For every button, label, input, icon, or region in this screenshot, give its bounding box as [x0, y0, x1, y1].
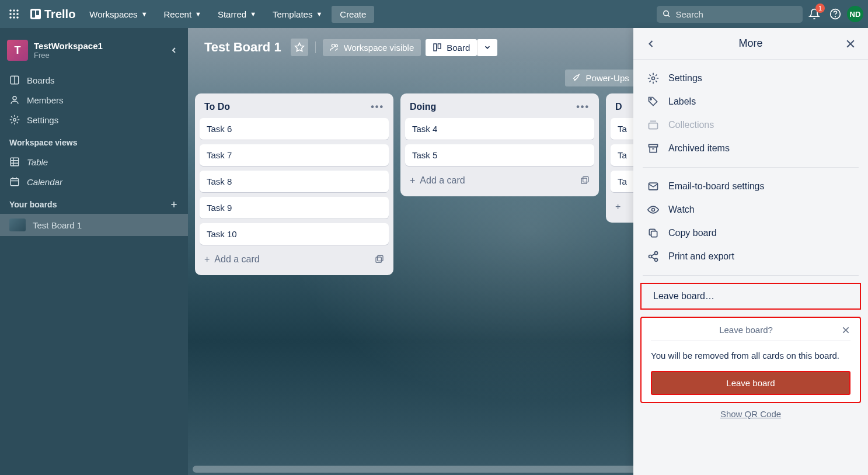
svg-line-58 [651, 257, 655, 259]
workspace-views-header: Workspace views [0, 130, 188, 152]
card[interactable]: Task 7 [200, 144, 389, 166]
list-menu-icon[interactable]: ••• [371, 102, 384, 112]
view-switcher-button[interactable] [477, 39, 497, 56]
sidebar-boards[interactable]: Boards [0, 70, 188, 90]
svg-rect-21 [11, 179, 19, 186]
power-ups-button[interactable]: Power-Ups [565, 70, 636, 86]
workspace-plan: Free [34, 51, 103, 60]
board-menu-panel: More Settings Labels Collections Archive… [633, 28, 868, 475]
list-header[interactable]: Doing ••• [405, 99, 594, 118]
menu-print-export[interactable]: Print and export [638, 245, 863, 268]
nav-recent[interactable]: Recent▼ [157, 6, 208, 23]
apps-launcher-icon[interactable] [5, 5, 23, 23]
chevron-down-icon: ▼ [250, 11, 256, 18]
close-icon[interactable] [845, 38, 856, 50]
svg-line-57 [651, 254, 655, 255]
board-thumbnail [9, 219, 26, 231]
list: To Do ••• Task 6 Task 7 Task 8 Task 9 Ta… [195, 93, 393, 275]
star-button[interactable] [291, 39, 308, 56]
svg-rect-40 [581, 178, 587, 183]
trello-logo[interactable]: Trello [26, 8, 80, 21]
rocket-icon [572, 73, 581, 82]
svg-rect-30 [434, 44, 437, 51]
search-input[interactable] [675, 9, 797, 19]
svg-rect-46 [649, 123, 658, 129]
close-icon[interactable] [841, 325, 850, 335]
menu-archived[interactable]: Archived items [638, 137, 863, 160]
sidebar-calendar-view[interactable]: Calendar [0, 172, 188, 192]
svg-line-10 [668, 15, 670, 17]
panel-body: Settings Labels Collections Archived ite… [633, 60, 868, 475]
svg-point-15 [13, 96, 16, 100]
sidebar-members[interactable]: Members [0, 90, 188, 110]
person-icon [9, 95, 20, 105]
menu-settings[interactable]: Settings [638, 67, 863, 90]
workspace-header[interactable]: T TestWorkspace1 Free [0, 35, 188, 70]
menu-labels[interactable]: Labels [638, 90, 863, 113]
chevron-down-icon: ▼ [195, 11, 201, 18]
nav-templates[interactable]: Templates▼ [266, 6, 329, 23]
sidebar: T TestWorkspace1 Free Boards Members Set… [0, 28, 188, 475]
menu-watch[interactable]: Watch [638, 198, 863, 221]
board-icon [9, 75, 20, 85]
leave-board-popover: Leave board? You will be removed from al… [640, 317, 861, 403]
people-icon [330, 43, 339, 52]
create-button[interactable]: Create [332, 6, 374, 23]
collection-icon [647, 119, 659, 131]
notifications-button[interactable]: 1 [805, 5, 824, 23]
nav-workspaces[interactable]: Workspaces▼ [82, 6, 154, 23]
svg-rect-41 [583, 176, 588, 182]
svg-point-2 [16, 9, 19, 12]
card[interactable]: Task 4 [405, 118, 594, 140]
card[interactable]: Task 9 [200, 197, 389, 219]
svg-rect-17 [11, 158, 19, 166]
help-button[interactable] [826, 5, 845, 23]
help-icon [829, 8, 841, 20]
board-view-button[interactable]: Board [426, 39, 477, 56]
nav-starred[interactable]: Starred▼ [211, 6, 263, 23]
your-boards-header: Your boards [0, 192, 188, 214]
leave-board-item[interactable]: Leave board… [640, 283, 861, 310]
visibility-button[interactable]: Workspace visible [323, 39, 421, 56]
list-header[interactable]: To Do ••• [200, 99, 389, 118]
show-qr-link[interactable]: Show QR Code [638, 403, 863, 425]
svg-point-56 [655, 258, 658, 261]
svg-point-6 [9, 16, 12, 19]
template-icon[interactable] [375, 255, 384, 264]
sidebar-board-item[interactable]: Test Board 1 [0, 214, 188, 236]
card[interactable]: Task 5 [405, 144, 594, 166]
card[interactable]: Task 6 [200, 118, 389, 140]
menu-copy[interactable]: Copy board [638, 221, 863, 245]
menu-email[interactable]: Email-to-board settings [638, 175, 863, 198]
template-icon[interactable] [580, 176, 590, 185]
card[interactable]: Task 8 [200, 171, 389, 192]
svg-rect-31 [438, 44, 441, 48]
chevron-down-icon [483, 43, 491, 51]
popover-body: You will be removed from all cards on th… [651, 341, 850, 371]
chevron-down-icon: ▼ [316, 11, 322, 18]
popover-title: Leave board? [651, 325, 841, 335]
plus-icon[interactable] [169, 200, 179, 209]
add-card-button[interactable]: + Add a card [200, 249, 389, 269]
trello-logo-icon [30, 9, 41, 19]
board-title[interactable]: Test Board 1 [200, 37, 286, 57]
list-menu-icon[interactable]: ••• [576, 102, 590, 112]
collapse-sidebar-button[interactable] [167, 43, 181, 57]
share-icon [647, 251, 659, 262]
svg-point-55 [649, 255, 652, 258]
copy-icon [647, 227, 659, 239]
list: Doing ••• Task 4 Task 5 + Add a card [400, 93, 599, 196]
card[interactable]: Task 10 [200, 223, 389, 245]
user-avatar[interactable]: ND [847, 6, 863, 22]
back-icon[interactable] [645, 38, 657, 50]
sidebar-settings[interactable]: Settings [0, 110, 188, 130]
logo-text: Trello [44, 8, 75, 21]
svg-marker-27 [295, 43, 304, 51]
chevron-left-icon [169, 46, 179, 55]
add-card-button[interactable]: + Add a card [405, 171, 594, 190]
search-box[interactable] [657, 6, 803, 23]
sidebar-table-view[interactable]: Table [0, 152, 188, 172]
leave-board-button[interactable]: Leave board [651, 371, 850, 395]
eye-icon [647, 204, 659, 216]
svg-point-54 [655, 252, 658, 255]
